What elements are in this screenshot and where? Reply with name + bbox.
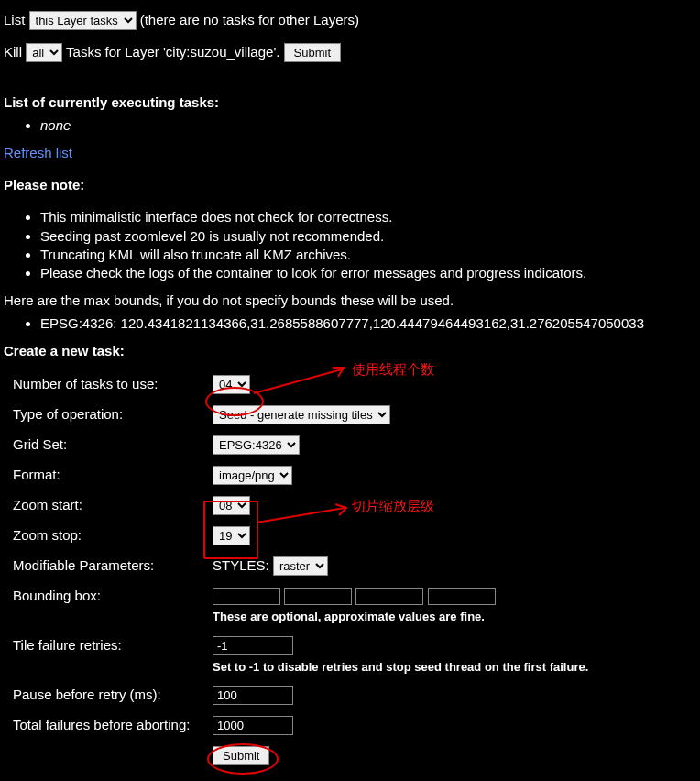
kill-row: Kill all Tasks for Layer 'city:suzou_vil… xyxy=(4,43,700,62)
kill-suffix: Tasks for Layer 'city:suzou_village'. xyxy=(66,44,279,60)
executing-heading: List of currently executing tasks: xyxy=(4,94,700,112)
please-note-heading: Please note: xyxy=(4,176,700,194)
bbox-maxx-input[interactable] xyxy=(355,588,423,605)
pause-input[interactable] xyxy=(213,686,293,705)
zoom-start-select[interactable]: 08 xyxy=(213,496,250,515)
create-heading: Create a new task: xyxy=(4,342,700,360)
zoom-start-label: Zoom start: xyxy=(13,494,213,517)
create-task-form: Number of tasks to use: 04 Type of opera… xyxy=(13,366,596,775)
bounds-list: EPSG:4326: 120.4341821134366,31.26855886… xyxy=(4,314,700,333)
operation-select[interactable]: Seed - generate missing tiles xyxy=(213,405,390,424)
gridset-select[interactable]: EPSG:4326 xyxy=(213,435,300,455)
executing-list: none xyxy=(4,116,700,135)
create-submit-button[interactable] xyxy=(213,746,269,765)
total-fail-input[interactable] xyxy=(213,716,293,735)
note-item: Truncating KML will also truncate all KM… xyxy=(40,246,700,264)
list-label: List xyxy=(4,12,25,28)
note-item: This minimalistic interface does not che… xyxy=(40,208,700,226)
bounds-intro: Here are the max bounds, if you do not s… xyxy=(4,292,700,310)
retries-label: Tile failure retries: xyxy=(13,634,213,677)
note-item: Please check the logs of the container t… xyxy=(40,264,700,282)
operation-label: Type of operation: xyxy=(13,403,213,426)
bbox-help: These are optional, approximate values a… xyxy=(213,609,588,625)
styles-label: STYLES: xyxy=(213,557,269,573)
bbox-miny-input[interactable] xyxy=(284,588,352,605)
note-item: Seeding past zoomlevel 20 is usually not… xyxy=(40,227,700,246)
executing-none: none xyxy=(40,116,700,135)
bbox-minx-input[interactable] xyxy=(213,588,280,605)
bbox-label: Bounding box: xyxy=(13,585,213,627)
kill-label: Kill xyxy=(4,44,22,60)
total-fail-label: Total failures before aborting: xyxy=(13,714,213,737)
tasks-select[interactable]: 04 xyxy=(213,375,250,394)
format-label: Format: xyxy=(13,464,213,487)
refresh-list-link[interactable]: Refresh list xyxy=(4,145,72,160)
notes-list: This minimalistic interface does not che… xyxy=(4,208,700,282)
mod-params-label: Modifiable Parameters: xyxy=(13,555,213,578)
format-select[interactable]: image/png xyxy=(213,466,292,485)
list-note: (there are no tasks for other Layers) xyxy=(140,12,359,28)
pause-label: Pause before retry (ms): xyxy=(13,684,213,707)
layer-filter-select[interactable]: this Layer tasks xyxy=(29,11,137,30)
retries-input[interactable] xyxy=(213,636,293,655)
zoom-stop-label: Zoom stop: xyxy=(13,524,213,547)
bounds-item: EPSG:4326: 120.4341821134366,31.26855886… xyxy=(40,314,700,333)
retries-help: Set to -1 to disable retries and stop se… xyxy=(213,659,588,676)
kill-scope-select[interactable]: all xyxy=(26,43,62,62)
kill-submit-button[interactable] xyxy=(284,43,341,62)
zoom-stop-select[interactable]: 19 xyxy=(213,526,250,545)
list-filter-row: List this Layer tasks (there are no task… xyxy=(4,11,700,30)
bbox-maxy-input[interactable] xyxy=(428,588,496,605)
gridset-label: Grid Set: xyxy=(13,434,213,456)
styles-select[interactable]: raster xyxy=(273,556,328,576)
tasks-label: Number of tasks to use: xyxy=(13,373,213,396)
